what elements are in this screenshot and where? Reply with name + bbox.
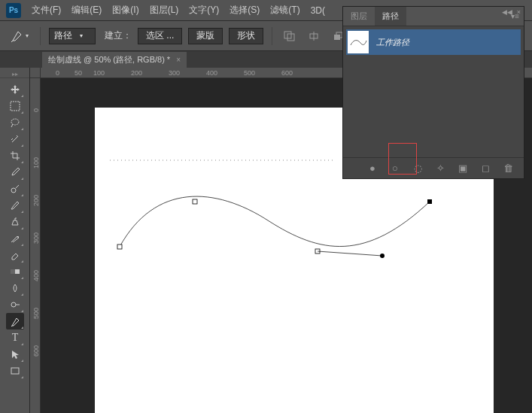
panel-footer: ● ○ ◌ ✧ ▣ ◻ 🗑 xyxy=(343,157,524,178)
svg-point-8 xyxy=(11,188,16,193)
gradient-tool[interactable] xyxy=(6,263,24,280)
menu-filter[interactable]: 滤镜(T) xyxy=(270,4,299,17)
ruler-tick: 300 xyxy=(169,69,180,77)
eraser-tool[interactable] xyxy=(6,247,24,263)
rectangle-tool[interactable] xyxy=(6,363,24,379)
ruler-origin[interactable] xyxy=(30,68,41,78)
new-path-mask-icon[interactable]: ▣ xyxy=(456,162,470,175)
paths-panel[interactable]: ◀◀ × 图层 路径 ▾≡ 工作路径 ● ○ ◌ ✧ ▣ ◻ 🗑 xyxy=(342,6,524,179)
panel-close-icon[interactable]: × xyxy=(517,8,521,16)
svg-line-18 xyxy=(318,251,382,256)
clone-stamp-tool[interactable] xyxy=(6,214,24,230)
ruler-tick: 500 xyxy=(244,69,255,77)
svg-rect-15 xyxy=(117,244,122,249)
menu-layer[interactable]: 图层(L) xyxy=(150,4,179,17)
ruler-tick: 300 xyxy=(31,232,40,244)
make-selection-button[interactable]: 选区 ... xyxy=(138,28,182,44)
svg-rect-13 xyxy=(11,368,19,374)
make-mask-button[interactable]: 蒙版 xyxy=(188,28,223,44)
panel-tab-layers[interactable]: 图层 xyxy=(343,7,375,26)
ruler-tick: 600 xyxy=(31,345,40,357)
lasso-tool[interactable] xyxy=(6,114,24,131)
panel-tabs: 图层 路径 ▾≡ xyxy=(343,7,524,26)
build-label: 建立： xyxy=(105,29,132,42)
load-selection-icon[interactable]: ◌ xyxy=(411,162,424,175)
make-shape-button[interactable]: 形状 xyxy=(229,28,263,44)
ruler-tick: 0 xyxy=(31,108,40,112)
path-name: 工作路径 xyxy=(376,37,409,48)
ruler-tick: 600 xyxy=(281,69,293,77)
document-title: 绘制虚线 @ 50% (路径, RGB/8) * xyxy=(48,54,170,65)
ruler-tick: 400 xyxy=(206,69,217,77)
menu-image[interactable]: 图像(I) xyxy=(112,4,138,17)
svg-point-12 xyxy=(11,302,16,307)
vertical-ruler[interactable]: 0 100 200 300 400 500 600 xyxy=(30,78,41,413)
separator xyxy=(272,27,272,45)
move-tool[interactable] xyxy=(6,81,24,98)
panel-tab-paths[interactable]: 路径 xyxy=(375,7,406,26)
path-item-work-path[interactable]: 工作路径 xyxy=(346,29,521,55)
dodge-tool[interactable] xyxy=(6,296,24,313)
ruler-tick: 500 xyxy=(31,308,40,319)
menu-select[interactable]: 选择(S) xyxy=(230,4,260,17)
delete-path-icon[interactable]: 🗑 xyxy=(501,162,515,175)
fill-path-icon[interactable]: ● xyxy=(366,162,379,175)
brush-tool[interactable] xyxy=(6,197,24,214)
path-selection-tool[interactable] xyxy=(6,346,24,363)
make-workpath-icon[interactable]: ✧ xyxy=(433,162,447,175)
path-op-combine-icon[interactable] xyxy=(281,28,299,44)
current-tool-pen-icon[interactable]: ▾ xyxy=(11,28,32,44)
magic-wand-tool[interactable] xyxy=(6,131,24,147)
menu-file[interactable]: 文件(F) xyxy=(32,4,61,17)
svg-rect-11 xyxy=(11,269,15,274)
path-align-icon[interactable] xyxy=(305,28,323,44)
app-logo: Ps xyxy=(6,3,21,18)
separator xyxy=(40,27,41,45)
svg-point-9 xyxy=(17,236,19,238)
marquee-tool[interactable] xyxy=(6,98,24,114)
ruler-tick: 0 xyxy=(56,69,59,77)
menu-3d[interactable]: 3D( xyxy=(311,5,325,16)
crop-tool[interactable] xyxy=(6,147,24,164)
ruler-tick: 400 xyxy=(31,270,40,281)
svg-rect-16 xyxy=(193,199,197,204)
new-path-icon[interactable]: ◻ xyxy=(479,162,492,175)
ruler-tick: 100 xyxy=(31,157,40,169)
toolbox-expand[interactable]: ▸▸ xyxy=(0,71,29,78)
menu-edit[interactable]: 编辑(E) xyxy=(71,4,102,17)
history-brush-tool[interactable] xyxy=(6,230,24,247)
ruler-tick: 200 xyxy=(131,69,142,77)
svg-rect-20 xyxy=(427,199,432,204)
ruler-tick: 200 xyxy=(31,195,40,206)
paths-list[interactable]: 工作路径 xyxy=(343,26,524,157)
ruler-tick: 100 xyxy=(93,69,105,77)
svg-point-19 xyxy=(380,254,385,258)
ruler-tick: 50 xyxy=(74,69,82,77)
type-tool[interactable]: T xyxy=(6,329,24,346)
chevron-down-icon: ▾ xyxy=(26,32,29,39)
toolbox: ▸▸ T xyxy=(0,68,30,413)
chevron-down-icon: ▾ xyxy=(80,32,83,39)
tool-mode-label: 路径 xyxy=(54,29,72,42)
tool-mode-dropdown[interactable]: 路径 ▾ xyxy=(49,28,96,44)
eyedropper-tool[interactable] xyxy=(6,164,24,181)
pen-tool[interactable] xyxy=(6,313,24,329)
svg-rect-6 xyxy=(11,102,20,111)
close-tab-icon[interactable]: × xyxy=(176,56,181,64)
blur-tool[interactable] xyxy=(6,280,24,296)
menu-type[interactable]: 文字(Y) xyxy=(189,4,219,17)
stroke-path-icon[interactable]: ○ xyxy=(388,162,402,175)
panel-collapse-icon[interactable]: ◀◀ xyxy=(502,8,512,16)
healing-brush-tool[interactable] xyxy=(6,181,24,197)
path-thumbnail xyxy=(348,31,369,53)
document-tab[interactable]: 绘制虚线 @ 50% (路径, RGB/8) * × xyxy=(42,52,187,68)
svg-point-7 xyxy=(11,119,19,125)
